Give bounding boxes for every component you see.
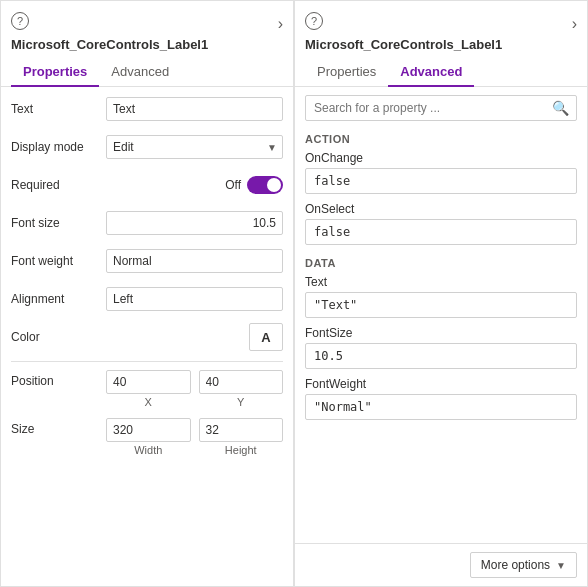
nav-arrow-right[interactable]: › <box>572 15 577 33</box>
search-box: 🔍 <box>305 95 577 121</box>
prop-row-font-size: Font size <box>11 209 283 237</box>
left-panel-title: Microsoft_CoreControls_Label1 <box>11 37 283 52</box>
left-panel-body: Text Display mode Edit View Disabled ▼ R… <box>1 87 293 586</box>
right-panel-tabs: Properties Advanced <box>305 58 577 86</box>
chevron-down-icon: ▼ <box>556 560 566 571</box>
prop-row-size: Size Width Height <box>11 418 283 456</box>
prop-row-position: Position X Y <box>11 370 283 408</box>
color-letter: A <box>261 330 270 345</box>
prop-label-size: Size <box>11 418 106 436</box>
size-width-label: Width <box>134 444 162 456</box>
prop-row-color: Color A <box>11 323 283 351</box>
prop-name-fontsize: FontSize <box>305 326 577 340</box>
alignment-input[interactable] <box>106 287 283 311</box>
font-weight-input[interactable] <box>106 249 283 273</box>
prop-row-display-mode: Display mode Edit View Disabled ▼ <box>11 133 283 161</box>
divider-1 <box>11 361 283 362</box>
fontweight-input[interactable] <box>305 394 577 420</box>
left-panel-header: ? › Microsoft_CoreControls_Label1 Proper… <box>1 1 293 87</box>
prop-value-font-size <box>106 211 283 235</box>
search-icon: 🔍 <box>552 100 569 116</box>
prop-value-alignment <box>106 287 283 311</box>
right-panel-title: Microsoft_CoreControls_Label1 <box>305 37 577 52</box>
tab-advanced-right[interactable]: Advanced <box>388 58 474 87</box>
prop-row-required: Required Off <box>11 171 283 199</box>
pos-y-label: Y <box>237 396 244 408</box>
prop-label-position: Position <box>11 370 106 388</box>
prop-row-alignment: Alignment <box>11 285 283 313</box>
more-options-button[interactable]: More options ▼ <box>470 552 577 578</box>
prop-value-position: X Y <box>106 370 283 408</box>
prop-row-font-weight: Font weight <box>11 247 283 275</box>
required-toggle[interactable] <box>247 176 283 194</box>
tab-properties-right[interactable]: Properties <box>305 58 388 87</box>
help-icon-left[interactable]: ? <box>11 12 29 30</box>
more-options-label: More options <box>481 558 550 572</box>
left-panel-tabs: Properties Advanced <box>11 58 283 86</box>
position-x-input[interactable] <box>106 370 191 394</box>
toggle-knob <box>267 178 281 192</box>
fontsize-input[interactable] <box>305 343 577 369</box>
onchange-input[interactable] <box>305 168 577 194</box>
prop-name-onchange: OnChange <box>305 151 577 165</box>
prop-value-text <box>106 97 283 121</box>
prop-value-required: Off <box>106 176 283 194</box>
prop-value-color: A <box>106 323 283 351</box>
toggle-row: Off <box>106 176 283 194</box>
size-width-group: Width <box>106 418 191 456</box>
pos-x-label: X <box>145 396 152 408</box>
right-panel-header: ? › Microsoft_CoreControls_Label1 Proper… <box>295 1 587 87</box>
size-height-label: Height <box>225 444 257 456</box>
size-width-input[interactable] <box>106 418 191 442</box>
prop-name-fontweight: FontWeight <box>305 377 577 391</box>
display-mode-select[interactable]: Edit View Disabled <box>106 135 283 159</box>
text-input[interactable] <box>106 97 283 121</box>
help-icon-right[interactable]: ? <box>305 12 323 30</box>
more-options-bar: More options ▼ <box>295 543 587 586</box>
prop-value-size: Width Height <box>106 418 283 456</box>
prop-label-text: Text <box>11 102 106 116</box>
prop-value-font-weight <box>106 249 283 273</box>
pos-x-group: X <box>106 370 191 408</box>
tab-properties-left[interactable]: Properties <box>11 58 99 87</box>
right-panel: ? › Microsoft_CoreControls_Label1 Proper… <box>294 0 588 587</box>
tab-advanced-left[interactable]: Advanced <box>99 58 181 87</box>
font-size-input[interactable] <box>106 211 283 235</box>
nav-arrow-left[interactable]: › <box>278 15 283 33</box>
onselect-input[interactable] <box>305 219 577 245</box>
prop-label-display-mode: Display mode <box>11 140 106 154</box>
section-header-action: ACTION <box>305 133 577 145</box>
toggle-off-label: Off <box>225 178 241 192</box>
prop-label-font-weight: Font weight <box>11 254 106 268</box>
prop-name-text-data: Text <box>305 275 577 289</box>
left-panel: ? › Microsoft_CoreControls_Label1 Proper… <box>0 0 294 587</box>
color-picker-box[interactable]: A <box>249 323 283 351</box>
prop-label-alignment: Alignment <box>11 292 106 306</box>
prop-label-color: Color <box>11 330 106 344</box>
prop-label-required: Required <box>11 178 106 192</box>
position-y-input[interactable] <box>199 370 284 394</box>
prop-row-text: Text <box>11 95 283 123</box>
right-panel-body: 🔍 ACTION OnChange OnSelect DATA Text Fon… <box>295 87 587 543</box>
prop-label-font-size: Font size <box>11 216 106 230</box>
prop-value-display-mode: Edit View Disabled ▼ <box>106 135 283 159</box>
size-height-group: Height <box>199 418 284 456</box>
search-input[interactable] <box>305 95 577 121</box>
prop-name-onselect: OnSelect <box>305 202 577 216</box>
size-height-input[interactable] <box>199 418 284 442</box>
text-data-input[interactable] <box>305 292 577 318</box>
pos-y-group: Y <box>199 370 284 408</box>
section-header-data: DATA <box>305 257 577 269</box>
